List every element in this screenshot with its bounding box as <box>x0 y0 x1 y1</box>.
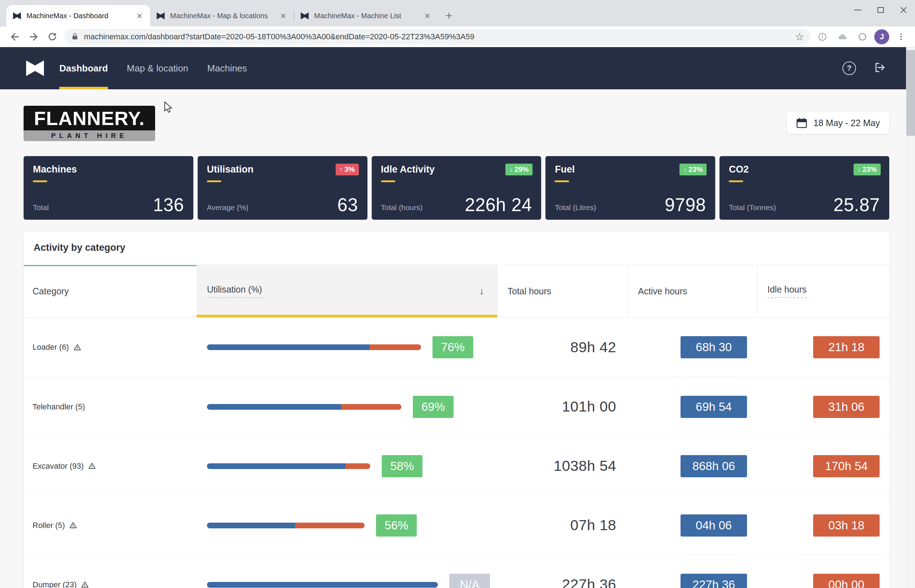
column-header-utilisation[interactable]: Utilisation (%) ↓ <box>197 265 497 317</box>
tab-close-icon[interactable] <box>422 11 432 21</box>
nav-item-machines[interactable]: Machines <box>207 47 247 89</box>
logout-icon[interactable] <box>873 61 886 75</box>
dashboard-page: Dashboard Map & location Machines ? FLAN… <box>0 47 906 588</box>
utilisation-bar-active <box>207 404 341 410</box>
utilisation-bar-idle <box>369 344 421 350</box>
minimize-button[interactable] <box>846 0 869 20</box>
nav-item-map-location[interactable]: Map & location <box>127 47 188 89</box>
total-hours-value: 89h 42 <box>570 339 616 356</box>
column-header-category[interactable]: Category <box>24 265 197 317</box>
total-hours-value: 1038h 54 <box>554 458 616 474</box>
date-range-picker[interactable]: 18 May - 22 May <box>787 112 889 134</box>
table-row-dumper[interactable]: Dumper (23) N/A 227h 36 227h 36 00h 00 <box>24 555 889 588</box>
utilisation-bar-active <box>207 463 346 469</box>
utilisation-bar <box>207 344 421 350</box>
active-hours-value: 227h 36 <box>692 578 735 588</box>
machinemax-logo-icon[interactable] <box>25 59 45 77</box>
extension-cloud-icon[interactable] <box>834 29 851 45</box>
utilisation-value: 56% <box>385 519 408 532</box>
utilisation-bar-active <box>207 523 295 528</box>
kpi-trend-badge: ↓ 23% <box>679 164 707 175</box>
trend-down-icon: ↓ <box>509 166 513 173</box>
warning-icon <box>69 522 77 529</box>
close-window-button[interactable] <box>892 0 915 20</box>
idle-hours-value: 31h 06 <box>829 400 865 414</box>
table-row-telehandler[interactable]: Telehandler (5) 69% 101h 00 69h 54 31h 0… <box>24 377 889 436</box>
kpi-cards: Machines Total 136 Utilisation ↑ 3% Aver… <box>24 156 889 220</box>
idle-hours-badge: 21h 18 <box>813 336 879 358</box>
tab-close-icon[interactable] <box>134 11 144 21</box>
address-bar[interactable]: machinemax.com/dashboard?startDate=2020-… <box>64 29 811 45</box>
table-row-roller[interactable]: Roller (5) 56% 07h 18 04h 06 03h 18 <box>24 496 889 555</box>
category-label: Excavator (93) <box>32 462 84 471</box>
toolbar-right: J <box>814 29 909 45</box>
back-icon[interactable] <box>6 29 24 45</box>
active-hours-badge: 868h 06 <box>680 455 747 477</box>
refresh-icon[interactable] <box>43 29 62 45</box>
kpi-label: Total (hours) <box>381 203 423 214</box>
browser-menu-icon[interactable] <box>893 29 909 45</box>
idle-hours-badge: 31h 06 <box>813 396 879 418</box>
column-label: Idle hours <box>768 284 807 298</box>
kpi-label: Average (%) <box>207 203 248 214</box>
warning-icon <box>88 462 96 470</box>
utilisation-badge: N/A <box>449 574 490 588</box>
page-scrollbar[interactable] <box>906 47 915 588</box>
machinemax-favicon-icon <box>300 11 309 21</box>
kpi-card-machines: Machines Total 136 <box>24 156 193 220</box>
extension-info-icon[interactable] <box>814 29 831 45</box>
kpi-card-idle-activity: Idle Activity ↓ 29% Total (hours) 226h 2… <box>372 156 541 220</box>
machinemax-favicon-icon <box>12 11 22 21</box>
extension-circle-icon[interactable] <box>854 29 871 45</box>
kpi-trend-badge: ↓ 23% <box>853 164 881 175</box>
kpi-accent-underline <box>381 180 395 182</box>
mouse-cursor <box>164 102 175 114</box>
utilisation-bar-active <box>207 582 438 588</box>
browser-tab-machine-list[interactable]: MachineMax - Machine List <box>294 5 438 26</box>
column-header-total-hours[interactable]: Total hours <box>497 265 628 317</box>
tab-close-icon[interactable] <box>278 11 288 21</box>
tab-title: MachineMax - Map & locations <box>170 12 274 20</box>
total-hours-value: 07h 18 <box>570 517 616 534</box>
category-label: Telehandler (5) <box>32 402 85 412</box>
browser-tab-dashboard[interactable]: MachineMax - Dashboard <box>6 5 150 26</box>
scrollbar-thumb[interactable] <box>907 50 915 136</box>
site-navbar: Dashboard Map & location Machines ? <box>0 47 906 89</box>
flannery-logo-text: FLANNERY. <box>34 107 145 129</box>
utilisation-badge: 56% <box>376 514 417 536</box>
tab-title: MachineMax - Dashboard <box>26 12 130 20</box>
table-row-loader[interactable]: Loader (6) 76% 89h 42 68h 30 21h 18 <box>24 318 889 377</box>
utilisation-value: 76% <box>441 341 465 354</box>
utilisation-value: 58% <box>390 459 414 473</box>
kpi-label: Total <box>33 203 49 214</box>
idle-hours-value: 03h 18 <box>829 519 865 532</box>
warning-icon <box>81 581 89 588</box>
calendar-icon <box>796 117 807 129</box>
bookmark-star-icon[interactable]: ☆ <box>795 31 804 43</box>
url-text[interactable]: machinemax.com/dashboard?startDate=2020-… <box>84 32 790 42</box>
utilisation-badge: 58% <box>382 455 423 477</box>
machinemax-favicon-icon <box>156 11 165 21</box>
column-header-idle-hours[interactable]: Idle hours <box>757 265 889 317</box>
idle-hours-value: 00h 00 <box>829 578 865 588</box>
avatar-initial: J <box>879 32 884 42</box>
nav-item-dashboard[interactable]: Dashboard <box>59 47 108 89</box>
column-label: Active hours <box>638 286 687 297</box>
browser-tab-strip: MachineMax - Dashboard MachineMax - Map … <box>0 0 915 26</box>
kpi-accent-underline <box>729 180 743 182</box>
kpi-card-utilisation: Utilisation ↑ 3% Average (%) 63 <box>198 156 368 220</box>
maximize-button[interactable] <box>869 0 892 20</box>
total-hours-value: 227h 36 <box>562 576 616 588</box>
profile-avatar[interactable]: J <box>874 29 889 44</box>
active-hours-value: 68h 30 <box>696 341 732 354</box>
table-row-excavator[interactable]: Excavator (93) 58% 1038h 54 868h 06 170h… <box>24 436 889 496</box>
new-tab-button[interactable] <box>441 8 457 24</box>
browser-tab-map[interactable]: MachineMax - Map & locations <box>150 5 294 26</box>
sort-descending-icon[interactable]: ↓ <box>479 286 484 297</box>
utilisation-bar-idle <box>346 463 370 469</box>
column-header-active-hours[interactable]: Active hours <box>628 265 757 317</box>
help-icon[interactable]: ? <box>842 61 856 75</box>
kpi-accent-underline <box>555 180 569 182</box>
active-hours-badge: 68h 30 <box>680 336 747 358</box>
forward-icon[interactable] <box>24 29 43 45</box>
